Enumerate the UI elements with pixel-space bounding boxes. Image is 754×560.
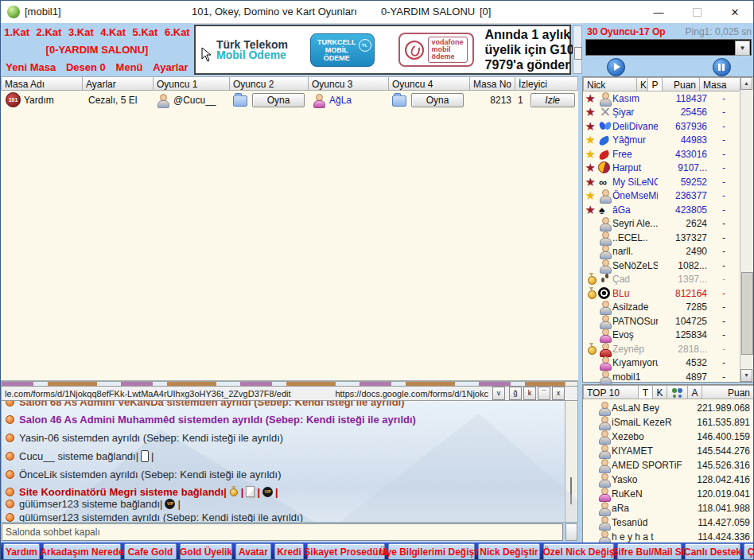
footer-yardim[interactable]: Yardım	[3, 543, 40, 560]
nav-yeni-masa[interactable]: Yeni Masa	[6, 61, 56, 73]
banner-slider-handle[interactable]	[574, 47, 582, 60]
player-row[interactable]: ★Yâğmur44983-	[583, 133, 740, 146]
izle-button[interactable]: Izle	[531, 93, 575, 107]
player-row[interactable]: ★♠âGa423805-	[583, 203, 740, 216]
music-dropdown[interactable]: ▼	[585, 39, 752, 56]
player-row[interactable]: ★ÖneMseMi...236377-	[583, 189, 740, 202]
scroll-up-icon[interactable]: ▲	[740, 77, 752, 90]
top10-row[interactable]: KIYAMET145.544.276	[583, 444, 754, 458]
col-oyuncu3[interactable]: Oyuncu 3	[309, 76, 389, 91]
address-url-right[interactable]: https://docs.google.com/forms/d/1Njokc	[335, 389, 488, 399]
footer-gold-uyelik[interactable]: Gold Üyelik	[180, 543, 232, 560]
player-row[interactable]: ★Şiyar25456-	[583, 105, 740, 119]
footer-canli-destek[interactable]: Canlı Destek	[685, 543, 740, 560]
ad-banner[interactable]: Türk Telekom Mobil Ödeme TURKCELL MOBİL …	[194, 25, 571, 75]
maximize-button[interactable]	[678, 1, 715, 23]
chat-input[interactable]	[2, 523, 563, 541]
col-ayarlar[interactable]: Ayarlar	[83, 76, 154, 91]
top10-col-t[interactable]: T	[639, 385, 653, 399]
address-url-left[interactable]: le.com/forms/d/1Njokqq8efFKk-LwtMaA4rUIh…	[5, 389, 335, 399]
footer-uye-bilgilerimi-degistir[interactable]: Üye Bilgilerimi Değiştir	[388, 543, 475, 560]
top10-col-a[interactable]: A	[688, 385, 702, 399]
mini-close-button[interactable]: x	[552, 387, 565, 400]
nav-kat-6[interactable]: 6.Kat	[165, 26, 190, 38]
dropdown-arrow-icon[interactable]: ▼	[735, 41, 750, 56]
footer-kredi[interactable]: Kredi	[274, 543, 304, 560]
footer-sifre-bul[interactable]: Şifre Bul/Mail Sil	[617, 543, 682, 560]
footer-nick-degistir[interactable]: Nick Değiştir	[478, 543, 540, 560]
address-bar[interactable]: le.com/forms/d/1Njokqq8efFKk-LwtMaA4rUIh…	[2, 386, 578, 401]
top10-row[interactable]: iSmaiL KezeR161.535.891	[583, 415, 754, 430]
address-dropdown-button[interactable]: v	[492, 387, 505, 400]
footer-ozel-nick-degis[interactable]: Özel Nick Değiş	[543, 543, 614, 560]
player-row[interactable]: SeNöZeLS!N1082...-	[583, 259, 740, 272]
mini-minimize-button[interactable]: ¯	[538, 387, 550, 400]
col-oyuncu2[interactable]: Oyuncu 2	[230, 76, 309, 91]
players-col-puan[interactable]: Puan	[663, 77, 700, 91]
players-col-nick[interactable]: Nick	[583, 77, 637, 91]
nav-menu[interactable]: Menü	[116, 61, 143, 73]
mini-button-1[interactable]: ğ	[509, 387, 522, 400]
oyna-button-seat4[interactable]: Oyna	[411, 93, 464, 107]
player-row[interactable]: Evoş125834-	[583, 328, 740, 341]
top10-row[interactable]: Tesanüd114.427.059	[583, 515, 754, 530]
footer-sikayet-proseduru[interactable]: Şikayet Prosedürü	[307, 543, 385, 560]
player-row[interactable]: ★Kasım118437-	[583, 91, 740, 105]
chat-scrollbar-thumb[interactable]	[570, 477, 572, 504]
player-row[interactable]: ★∞My SiLeNCe59252-	[583, 175, 740, 189]
pause-button[interactable]	[713, 58, 731, 76]
banner-slider[interactable]	[573, 25, 582, 74]
player-row[interactable]: Asilzade7285-	[583, 300, 740, 313]
mini-button-2[interactable]: k	[523, 387, 536, 400]
player-row[interactable]: narll.2490-	[583, 244, 740, 258]
player-row[interactable]: PATNOSum104725-	[583, 314, 740, 328]
nav-kat-4[interactable]: 4.Kat	[100, 26, 126, 38]
footer-cikis[interactable]: Çıkış	[744, 543, 754, 560]
top10-row[interactable]: AMED SPORTiF145.526.316	[583, 458, 754, 472]
chat-log[interactable]: le.com/forms/d/1Njokqq8efFKk-LwtMaA4rUIh…	[1, 381, 578, 523]
scroll-down-icon[interactable]: ▼	[740, 369, 752, 382]
top10-col-puan[interactable]: Puan	[702, 385, 754, 399]
top10-title[interactable]: TOP 10	[583, 385, 639, 399]
nav-kat-5[interactable]: 5.Kat	[133, 26, 158, 38]
scrollbar-thumb[interactable]	[741, 272, 753, 355]
minimize-button[interactable]: —	[640, 1, 677, 23]
play-button[interactable]	[607, 58, 625, 76]
table-row[interactable]: 101 Yardım Cezalı, 5 El @Cucu__ Oyna AğL…	[1, 91, 578, 109]
player-row[interactable]: mobil14897-	[583, 370, 740, 383]
player-row[interactable]: BLu812164-	[583, 286, 740, 300]
nav-kat-3[interactable]: 3.Kat	[68, 26, 94, 38]
top10-row[interactable]: aRa118.041.988	[583, 501, 754, 515]
top10-col-users[interactable]	[667, 385, 688, 399]
player-row[interactable]: Zeynêp2818...-	[583, 342, 740, 356]
top10-row[interactable]: Xezebo146.400.159	[583, 430, 754, 444]
player-row[interactable]: Seyri Ale...2624-	[583, 216, 740, 230]
footer-avatar[interactable]: Avatar	[235, 543, 271, 560]
col-oyuncu4[interactable]: Oyuncu 4	[389, 76, 470, 91]
players-col-k[interactable]: K	[637, 77, 648, 91]
col-masa-adi[interactable]: Masa Adı	[1, 76, 83, 91]
player-row[interactable]: Çad1397...-	[583, 272, 740, 286]
col-masa-no[interactable]: Masa No	[470, 76, 515, 91]
oyna-button-seat2[interactable]: Oyna	[252, 93, 305, 107]
player-row[interactable]: ★Free433016-	[583, 147, 740, 161]
col-oyuncu1[interactable]: Oyuncu 1	[154, 76, 230, 91]
player-row[interactable]: ★DeliDivane..637936-	[583, 119, 740, 133]
top10-row[interactable]: RuKeN120.019.041	[583, 487, 754, 501]
nav-ayarlar[interactable]: Ayarlar	[153, 61, 188, 73]
players-col-p[interactable]: P	[648, 77, 663, 91]
players-col-masa[interactable]: Masa	[700, 77, 740, 91]
chat-side-button[interactable]	[566, 523, 577, 541]
player-list-scrollbar[interactable]: ▲ ▼	[740, 77, 753, 382]
player-row[interactable]: ★Harput9107...-	[583, 161, 740, 174]
col-izleyici[interactable]: İzleyici	[515, 76, 578, 91]
top10-row[interactable]: Yasko128.042.416	[583, 472, 754, 487]
nav-kat-2[interactable]: 2.Kat	[37, 26, 62, 38]
footer-arkadasim-nerede[interactable]: Arkadaşım Nerede	[43, 543, 121, 560]
top10-col-k[interactable]: K	[653, 385, 667, 399]
chat-scrollbar[interactable]	[565, 382, 577, 522]
top10-row[interactable]: AsLaN Bey221.989.068	[583, 401, 754, 415]
nav-kat-1[interactable]: 1.Kat	[4, 26, 29, 38]
player-row[interactable]: Kıyamıyorum4532-	[583, 356, 740, 369]
footer-cafe-gold[interactable]: Cafe Gold	[124, 543, 177, 560]
